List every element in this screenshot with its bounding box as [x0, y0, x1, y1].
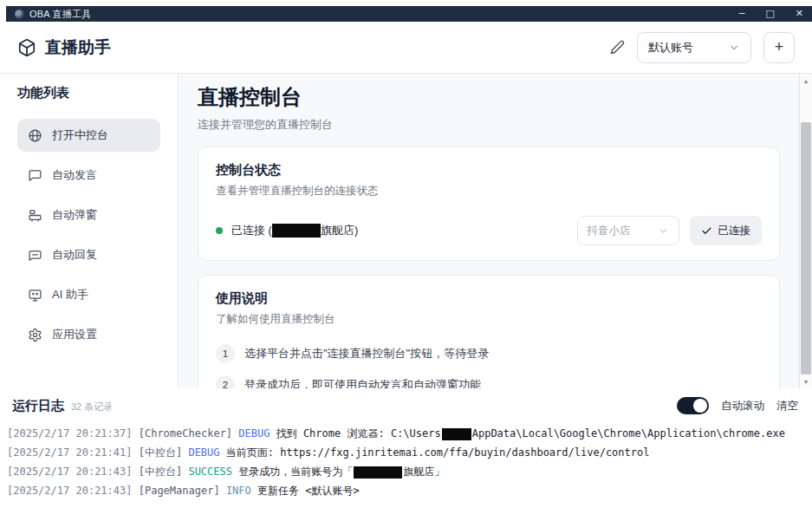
status-controls: 抖音小店 已连接	[577, 216, 763, 245]
sidebar-item-auto-speak[interactable]: 自动发言	[17, 159, 160, 192]
status-prefix: 已连接 (	[231, 223, 272, 238]
app-icon	[15, 10, 24, 19]
redacted-text	[354, 466, 402, 479]
app-window: OBA 直播工具 ─ □ ✕ 直播助手 默认账号 +	[0, 0, 812, 508]
status-suffix: 旗舰店)	[321, 223, 358, 238]
robot-icon	[28, 288, 42, 303]
guide-step: 1 选择平台并点击"连接直播控制台"按钮，等待登录	[216, 344, 762, 363]
log-count: 32 条记录	[71, 401, 113, 414]
minimize-button[interactable]: ─	[739, 6, 745, 22]
sidebar-item-label: 应用设置	[52, 327, 97, 342]
window-title: OBA 直播工具	[29, 8, 91, 21]
sidebar-item-label: 打开中控台	[52, 127, 108, 143]
log-line: [2025/2/17 20:21:43] [PageManager] INFO …	[7, 481, 800, 500]
sidebar-item-label: 自动回复	[52, 247, 97, 263]
chat-bubble-icon	[28, 168, 42, 183]
log-message: 更新任务 <默认账号>	[257, 485, 360, 497]
account-select-value: 默认账号	[648, 40, 693, 55]
body-row: 功能列表 打开中控台自动发言自动弹窗自动回复AI 助手应用设置 直播控制台 连接…	[0, 74, 812, 388]
os-titlebar: OBA 直播工具 ─ □ ✕	[6, 6, 812, 22]
status-card-subtitle: 查看并管理直播控制台的连接状态	[216, 184, 762, 199]
page-title: 直播控制台	[198, 83, 780, 111]
app-header: 直播助手 默认账号 +	[0, 22, 812, 74]
main-content: 直播控制台 连接并管理您的直播控制台 控制台状态 查看并管理直播控制台的连接状态…	[179, 74, 812, 388]
sidebar-heading: 功能列表	[17, 85, 160, 101]
connected-button-label: 已连接	[718, 224, 751, 238]
clear-log-button[interactable]: 清空	[776, 399, 798, 414]
popup-windows-icon	[28, 208, 42, 223]
console-status-card: 控制台状态 查看并管理直播控制台的连接状态 已连接 (旗舰店) 抖音小店	[198, 147, 780, 261]
app-brand: 直播助手	[17, 36, 111, 59]
guide-steps: 1 选择平台并点击"连接直播控制台"按钮，等待登录 2 登录成功后，即可使用自动…	[216, 344, 762, 394]
autoscroll-toggle[interactable]	[677, 397, 709, 414]
log-message: AppData\Local\Google\Chrome\Application\…	[472, 427, 785, 440]
edit-account-button[interactable]	[610, 40, 625, 55]
scrollbar-thumb[interactable]	[801, 122, 811, 374]
guide-card-title: 使用说明	[216, 290, 762, 307]
sidebar-items: 打开中控台自动发言自动弹窗自动回复AI 助手应用设置	[17, 119, 160, 351]
log-lines: [2025/2/17 20:21:37] [ChromeChecker] DEB…	[0, 418, 812, 500]
app-title: 直播助手	[45, 36, 111, 59]
step-text: 选择平台并点击"连接直播控制台"按钮，等待登录	[244, 346, 489, 361]
sidebar-item-ai-assistant[interactable]: AI 助手	[17, 278, 160, 311]
chevron-down-icon	[658, 225, 669, 237]
package-icon	[17, 38, 36, 57]
sidebar-item-auto-reply[interactable]: 自动回复	[17, 238, 160, 271]
connected-dot	[216, 227, 223, 234]
close-button[interactable]: ✕	[796, 6, 803, 22]
sidebar-item-label: 自动弹窗	[52, 207, 97, 223]
sidebar-item-label: AI 助手	[52, 287, 88, 303]
gear-icon	[28, 328, 42, 342]
log-header: 运行日志 32 条记录 自动滚动 清空	[0, 388, 812, 418]
connected-button[interactable]: 已连接	[690, 216, 763, 245]
sidebar-item-app-settings[interactable]: 应用设置	[17, 318, 160, 351]
guide-card-subtitle: 了解如何使用直播控制台	[216, 312, 762, 327]
log-message: 找到 Chrome 浏览器: C:\Users	[276, 427, 441, 440]
scroll-down-icon[interactable]: ▼	[800, 376, 812, 388]
chevron-down-icon	[728, 42, 740, 54]
sidebar: 功能列表 打开中控台自动发言自动弹窗自动回复AI 助手应用设置	[0, 74, 179, 388]
sidebar-item-auto-popup[interactable]: 自动弹窗	[17, 199, 160, 231]
step-number: 1	[216, 344, 235, 363]
vertical-scrollbar[interactable]: ▲ ▼	[799, 74, 812, 388]
scroll-up-icon[interactable]: ▲	[800, 75, 812, 88]
connection-status-text: 已连接 (旗舰店)	[231, 223, 358, 238]
globe-icon	[28, 128, 42, 143]
page-subtitle: 连接并管理您的直播控制台	[198, 117, 780, 133]
log-title: 运行日志	[12, 398, 64, 414]
redacted-shop-name	[272, 224, 321, 238]
log-controls: 自动滚动 清空	[677, 397, 798, 414]
redacted-text	[442, 428, 471, 440]
sidebar-item-open-console[interactable]: 打开中控台	[17, 119, 160, 152]
log-line: [2025/2/17 20:21:43] [中控台] SUCCESS 登录成功，…	[7, 462, 800, 481]
log-line: [2025/2/17 20:21:37] [ChromeChecker] DEB…	[7, 424, 800, 443]
autoscroll-label: 自动滚动	[721, 399, 764, 414]
add-account-button[interactable]: +	[763, 32, 795, 63]
platform-select-value: 抖音小店	[588, 224, 631, 238]
platform-select[interactable]: 抖音小店	[577, 216, 679, 245]
connection-status-row: 已连接 (旗舰店) 抖音小店 已连接	[216, 216, 762, 245]
account-select[interactable]: 默认账号	[637, 32, 751, 63]
maximize-button[interactable]: □	[765, 6, 774, 22]
window-controls: ─ □ ✕	[739, 6, 803, 22]
message-reply-icon	[28, 248, 42, 263]
log-message: 旗舰店」	[403, 466, 445, 478]
log-message: 登录成功，当前账号为「	[238, 466, 353, 478]
run-log-panel: 运行日志 32 条记录 自动滚动 清空 [2025/2/17 20:21:37]…	[0, 388, 812, 508]
sidebar-item-label: 自动发言	[52, 167, 97, 183]
status-card-title: 控制台状态	[216, 162, 762, 179]
check-icon	[701, 225, 712, 237]
pencil-icon	[610, 40, 625, 55]
header-actions: 默认账号 +	[610, 32, 795, 63]
toggle-knob	[693, 399, 707, 413]
log-line: [2025/2/17 20:21:41] [中控台] DEBUG 当前页面: h…	[7, 443, 800, 462]
log-message: 当前页面: https://fxg.jinritemai.com/ffa/buy…	[226, 446, 650, 459]
